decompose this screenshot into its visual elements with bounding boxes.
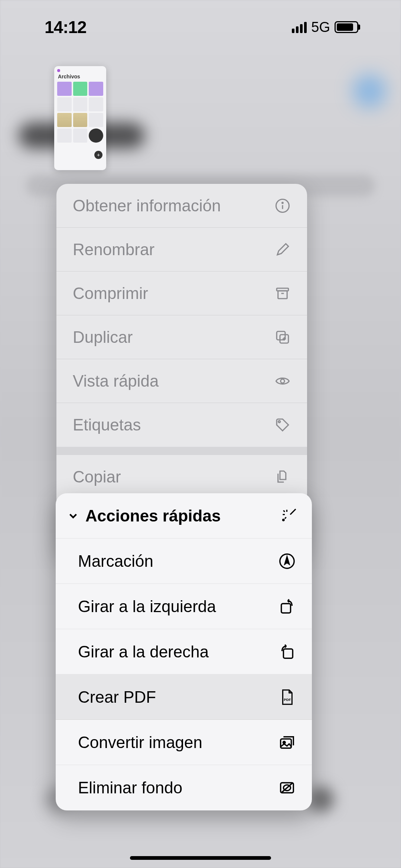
markup-button[interactable]: Marcación: [56, 539, 312, 584]
add-icon: +: [94, 151, 102, 159]
svg-point-10: [281, 379, 285, 383]
menu-label: Convertir imagen: [78, 733, 202, 752]
markup-icon: [278, 553, 296, 570]
blur-decor: [353, 74, 386, 108]
rotate-left-icon: [278, 598, 296, 615]
menu-label: Girar a la derecha: [78, 643, 209, 661]
copy-button[interactable]: Copiar: [56, 455, 307, 499]
home-indicator[interactable]: [130, 856, 271, 860]
eye-icon: [274, 373, 291, 389]
file-thumbnail[interactable]: Archivos +: [54, 66, 106, 170]
chevron-down-icon: [67, 510, 79, 522]
svg-rect-14: [281, 604, 291, 613]
blur-decor: [308, 786, 334, 812]
remove-background-button[interactable]: Eliminar fondo: [56, 765, 312, 810]
tag-icon: [274, 417, 291, 433]
quick-actions-menu: Acciones rápidas Marcación Girar a la iz…: [56, 493, 312, 810]
menu-label: Marcación: [78, 552, 153, 570]
network-label: 5G: [311, 19, 330, 35]
quick-look-button[interactable]: Vista rápida: [56, 359, 307, 403]
quick-actions-header[interactable]: Acciones rápidas: [56, 493, 312, 539]
wand-icon: [281, 508, 297, 524]
status-bar: 14:12 5G: [0, 18, 401, 36]
copy-icon: [274, 469, 291, 485]
info-icon: [274, 198, 291, 214]
battery-icon: [335, 21, 358, 33]
duplicate-button[interactable]: Duplicar: [56, 315, 307, 359]
pencil-icon: [274, 241, 291, 258]
menu-label: Girar a la izquierda: [78, 597, 216, 616]
tags-button[interactable]: Etiquetas: [56, 403, 307, 447]
svg-point-2: [282, 202, 283, 203]
rename-button[interactable]: Renombrar: [56, 228, 307, 272]
thumbnail-grid: [57, 82, 103, 143]
archive-icon: [274, 285, 291, 302]
svg-point-12: [283, 519, 284, 521]
svg-point-11: [278, 421, 280, 423]
menu-label: Crear PDF: [78, 688, 156, 706]
menu-separator: [56, 447, 307, 455]
signal-icon: [292, 21, 307, 33]
duplicate-icon: [274, 329, 291, 345]
menu-label: Renombrar: [73, 240, 154, 259]
menu-label: Copiar: [73, 468, 121, 486]
quick-actions-title: Acciones rápidas: [85, 507, 275, 525]
create-pdf-button[interactable]: Crear PDF PDF: [56, 674, 312, 720]
menu-label: Etiquetas: [73, 416, 141, 434]
menu-label: Obtener información: [73, 196, 221, 215]
convert-image-button[interactable]: Convertir imagen: [56, 720, 312, 765]
status-right: 5G: [292, 19, 358, 35]
svg-text:PDF: PDF: [284, 697, 291, 701]
rotate-left-button[interactable]: Girar a la izquierda: [56, 584, 312, 629]
menu-label: Vista rápida: [73, 372, 159, 390]
menu-label: Eliminar fondo: [78, 778, 182, 797]
menu-label: Duplicar: [73, 328, 133, 347]
images-icon: [278, 734, 296, 751]
remove-bg-icon: [278, 779, 296, 796]
menu-label: Comprimir: [73, 284, 148, 303]
rotate-right-button[interactable]: Girar a la derecha: [56, 629, 312, 674]
compress-button[interactable]: Comprimir: [56, 272, 307, 315]
status-time: 14:12: [45, 17, 87, 37]
svg-rect-15: [283, 649, 293, 658]
thumbnail-title: Archivos: [58, 74, 103, 79]
svg-rect-4: [278, 291, 287, 299]
rotate-right-icon: [278, 643, 296, 660]
app-dot-icon: [57, 69, 60, 72]
get-info-button[interactable]: Obtener información: [56, 184, 307, 228]
pdf-icon: PDF: [278, 689, 296, 706]
